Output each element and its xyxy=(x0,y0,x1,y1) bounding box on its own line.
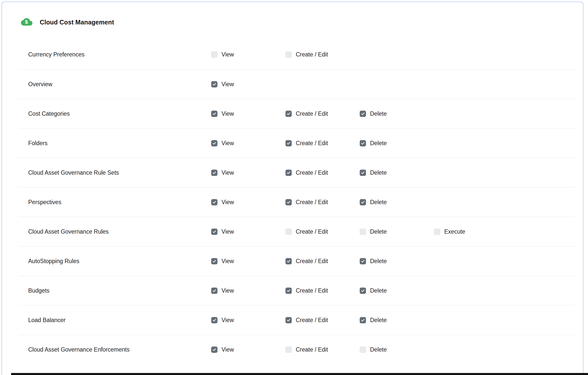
checkbox-delete-checked[interactable] xyxy=(360,199,366,205)
checkbox-create-edit-checked[interactable] xyxy=(285,317,292,323)
checkbox-create-edit-checked[interactable] xyxy=(285,258,292,264)
permission-label: Delete xyxy=(370,287,387,294)
permission-option-view[interactable]: View xyxy=(211,199,285,206)
checkbox-view-checked[interactable] xyxy=(211,140,217,146)
permission-option-execute[interactable]: Execute xyxy=(434,228,575,235)
permission-option-delete[interactable]: Delete xyxy=(360,317,434,324)
resource-label: AutoStopping Rules xyxy=(28,258,211,265)
permission-label: View xyxy=(222,346,234,353)
permission-option-view[interactable]: View xyxy=(211,140,285,147)
checkbox-view-checked[interactable] xyxy=(211,111,217,117)
permission-label: Delete xyxy=(370,317,387,324)
checkbox-create-edit-checked[interactable] xyxy=(285,288,292,294)
checkbox-view-checked[interactable] xyxy=(211,199,217,205)
checkbox-delete-unchecked[interactable] xyxy=(360,347,366,353)
permission-label: Delete xyxy=(370,346,387,353)
permission-option-create-edit[interactable]: Create / Edit xyxy=(285,258,360,265)
checkbox-view-checked[interactable] xyxy=(211,229,217,235)
svg-text:$: $ xyxy=(25,19,28,25)
checkbox-delete-checked[interactable] xyxy=(360,288,366,294)
permission-row-overview: OverviewView xyxy=(19,69,575,99)
checkbox-view-checked[interactable] xyxy=(211,347,217,353)
checkbox-view-checked[interactable] xyxy=(211,317,217,323)
permission-label: Create / Edit xyxy=(296,140,328,147)
permission-label: Create / Edit xyxy=(296,346,328,353)
checkbox-delete-unchecked[interactable] xyxy=(360,229,366,235)
permission-option-view[interactable]: View xyxy=(211,258,285,265)
resource-label: Currency Preferences xyxy=(28,51,211,58)
permission-option-delete[interactable]: Delete xyxy=(360,199,434,206)
checkbox-view-checked[interactable] xyxy=(211,170,217,176)
checkbox-delete-checked[interactable] xyxy=(360,317,366,323)
permission-option-create-edit[interactable]: Create / Edit xyxy=(285,140,360,147)
permission-label: Create / Edit xyxy=(296,110,328,117)
permission-option-view[interactable]: View xyxy=(211,51,285,58)
checkbox-delete-checked[interactable] xyxy=(360,170,366,176)
permission-label: View xyxy=(222,258,234,265)
permission-row-cloud-asset-governance-rules: Cloud Asset Governance RulesViewCreate /… xyxy=(19,217,575,246)
checkbox-create-edit-unchecked[interactable] xyxy=(285,347,292,353)
permission-label: Delete xyxy=(370,110,387,117)
permission-label: View xyxy=(222,317,234,324)
checkbox-create-edit-unchecked[interactable] xyxy=(285,229,292,235)
checkbox-view-checked[interactable] xyxy=(211,258,217,264)
permission-label: Create / Edit xyxy=(296,228,328,235)
permission-option-view[interactable]: View xyxy=(211,346,285,353)
resource-label: Budgets xyxy=(28,287,211,294)
permission-option-create-edit[interactable]: Create / Edit xyxy=(285,228,360,235)
permission-option-create-edit[interactable]: Create / Edit xyxy=(285,169,360,176)
permission-option-create-edit[interactable]: Create / Edit xyxy=(285,51,360,58)
permission-option-create-edit[interactable]: Create / Edit xyxy=(285,287,360,294)
permission-label: Delete xyxy=(370,258,387,265)
permission-label: View xyxy=(222,287,234,294)
checkbox-view-checked[interactable] xyxy=(211,288,217,294)
permission-option-create-edit[interactable]: Create / Edit xyxy=(285,110,360,117)
permission-row-cost-categories: Cost CategoriesViewCreate / EditDelete xyxy=(19,99,575,128)
checkbox-create-edit-checked[interactable] xyxy=(285,111,292,117)
checkbox-view-unchecked[interactable] xyxy=(211,51,217,58)
permission-option-view[interactable]: View xyxy=(211,317,285,324)
checkbox-view-checked[interactable] xyxy=(211,81,217,87)
cloud-dollar-icon: $ xyxy=(21,17,33,27)
checkbox-create-edit-checked[interactable] xyxy=(285,199,292,205)
bottom-edge-bar xyxy=(11,373,588,375)
permission-row-folders: FoldersViewCreate / EditDelete xyxy=(19,128,575,158)
cloud-cost-management-panel: $ Cloud Cost Management Currency Prefere… xyxy=(2,2,583,375)
permission-option-delete[interactable]: Delete xyxy=(360,346,434,353)
resource-label: Cloud Asset Governance Enforcements xyxy=(28,346,211,353)
panel-title: Cloud Cost Management xyxy=(40,19,114,26)
permission-option-view[interactable]: View xyxy=(211,169,285,176)
checkbox-create-edit-unchecked[interactable] xyxy=(285,51,292,58)
permission-option-create-edit[interactable]: Create / Edit xyxy=(285,346,360,353)
permission-option-view[interactable]: View xyxy=(211,110,285,117)
checkbox-create-edit-checked[interactable] xyxy=(285,170,292,176)
checkbox-execute-unchecked[interactable] xyxy=(434,229,440,235)
permission-label: View xyxy=(222,140,234,147)
permission-option-view[interactable]: View xyxy=(211,81,285,88)
permission-label: View xyxy=(222,110,234,117)
permission-option-delete[interactable]: Delete xyxy=(360,169,434,176)
permission-label: Create / Edit xyxy=(296,199,328,206)
permission-row-currency-preferences: Currency PreferencesViewCreate / Edit xyxy=(19,40,575,69)
permission-label: Create / Edit xyxy=(296,287,328,294)
permission-option-delete[interactable]: Delete xyxy=(360,110,434,117)
permission-option-create-edit[interactable]: Create / Edit xyxy=(285,317,360,324)
resource-label: Perspectives xyxy=(28,199,211,206)
permission-option-delete[interactable]: Delete xyxy=(360,228,434,235)
permission-label: Create / Edit xyxy=(296,51,328,58)
checkbox-delete-checked[interactable] xyxy=(360,140,366,146)
permission-option-view[interactable]: View xyxy=(211,228,285,235)
checkbox-delete-checked[interactable] xyxy=(360,111,366,117)
permission-label: View xyxy=(222,169,234,176)
permission-option-delete[interactable]: Delete xyxy=(360,258,434,265)
permission-option-delete[interactable]: Delete xyxy=(360,140,434,147)
permission-row-autostopping-rules: AutoStopping RulesViewCreate / EditDelet… xyxy=(19,246,575,276)
checkbox-create-edit-checked[interactable] xyxy=(285,140,292,146)
permission-label: Create / Edit xyxy=(296,169,328,176)
permission-option-view[interactable]: View xyxy=(211,287,285,294)
resource-label: Cloud Asset Governance Rules xyxy=(28,228,211,235)
permission-option-create-edit[interactable]: Create / Edit xyxy=(285,199,360,206)
permission-option-delete[interactable]: Delete xyxy=(360,287,434,294)
checkbox-delete-checked[interactable] xyxy=(360,258,366,264)
permission-label: Delete xyxy=(370,199,387,206)
